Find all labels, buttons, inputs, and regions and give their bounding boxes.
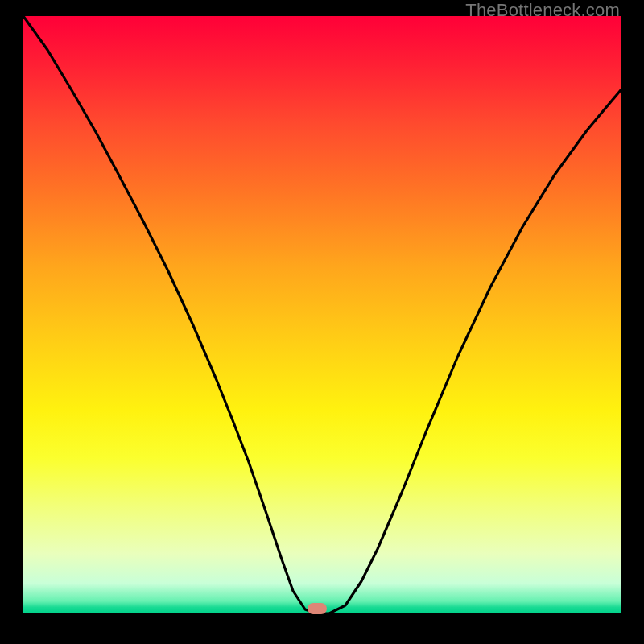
chart-frame: TheBottleneck.com	[0, 0, 644, 644]
optimum-marker	[308, 603, 327, 614]
plot-area	[23, 16, 621, 613]
watermark-text: TheBottleneck.com	[465, 0, 620, 21]
bottleneck-curve	[23, 16, 621, 613]
